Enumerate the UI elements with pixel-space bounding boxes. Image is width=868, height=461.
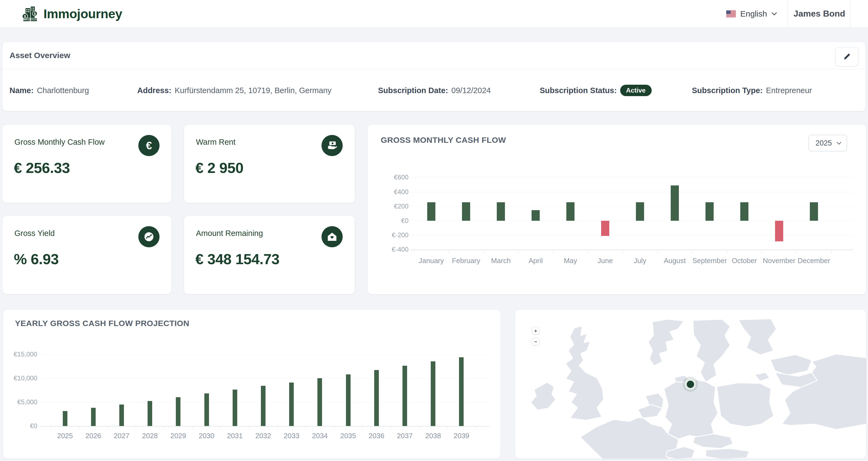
x-axis-tick	[692, 250, 692, 253]
bar-January[interactable]	[427, 202, 435, 221]
field-label: Name:	[9, 86, 34, 95]
x-axis-tick	[414, 250, 414, 253]
euro-icon: €	[138, 135, 159, 156]
x-axis-tick	[221, 426, 221, 429]
app-logo[interactable]: $ $ Immojourney	[22, 0, 122, 27]
asset-field-address: Address: Kurfürstendamm 25, 10719, Berli…	[137, 69, 332, 111]
y-axis-tick-label: €400	[373, 188, 408, 196]
gridline	[411, 250, 853, 250]
field-label: Subscription Date:	[378, 86, 448, 95]
x-axis-tick	[249, 426, 249, 429]
bar-June[interactable]	[601, 221, 609, 236]
map-location-marker[interactable]	[683, 376, 698, 392]
gross-monthly-cash-flow-chart-card: GROSS MONTHLY CASH FLOW 2025 €600€400€20…	[367, 124, 866, 295]
field-label: Subscription Type:	[692, 86, 763, 95]
asset-overview-panel: Asset Overview Name: Charlottenburg Addr…	[2, 41, 866, 111]
edit-asset-button[interactable]	[835, 47, 859, 67]
bar-October[interactable]	[740, 202, 748, 221]
kpi-value: € 348 154.73	[195, 251, 279, 267]
kpi-value: € 256.33	[14, 159, 70, 176]
bar-November[interactable]	[775, 221, 783, 241]
asset-field-subscription-type: Subscription Type: Entrepreneur	[692, 69, 812, 111]
bar-2039[interactable]	[459, 357, 464, 426]
user-menu[interactable]: James Bond	[792, 0, 846, 27]
x-axis-tick	[797, 250, 797, 253]
bar-2026[interactable]	[91, 408, 96, 426]
bar-2034[interactable]	[317, 378, 322, 426]
asset-field-subscription-date: Subscription Date: 09/12/2024	[378, 69, 491, 111]
bar-December[interactable]	[810, 202, 818, 221]
x-axis-tick	[831, 250, 832, 253]
marker-dot	[687, 381, 694, 388]
language-selector[interactable]: English	[726, 0, 777, 27]
app-title: Immojourney	[43, 6, 122, 21]
x-axis-tick	[51, 426, 51, 429]
y-axis-tick-label: €600	[373, 173, 408, 181]
x-axis-tick	[727, 250, 727, 253]
panel-title: Asset Overview	[9, 42, 70, 69]
field-value: Kurfürstendamm 25, 10719, Berlin, German…	[175, 86, 332, 95]
bar-May[interactable]	[566, 202, 575, 221]
bar-August[interactable]	[671, 186, 679, 221]
kpi-title: Gross Monthly Cash Flow	[14, 138, 105, 146]
chevron-down-icon	[771, 12, 777, 16]
y-axis-tick-label: €-400	[373, 246, 408, 253]
gridline	[39, 426, 490, 427]
yearly-bar-chart: €15,000€10,000€5,000€0202520262027202820…	[3, 309, 501, 459]
bar-2035[interactable]	[346, 374, 350, 426]
x-axis-tick	[475, 426, 476, 429]
x-axis-tick	[623, 250, 623, 253]
kpi-card-gross-yield: Gross Yield % 6.93	[2, 216, 172, 294]
bar-2032[interactable]	[261, 386, 266, 426]
x-axis-tick	[588, 250, 588, 253]
x-axis-tick	[136, 426, 136, 429]
kpi-title: Warm Rent	[196, 138, 236, 146]
field-value: Entrepreneur	[766, 86, 812, 95]
y-axis-tick-label: €200	[373, 202, 408, 210]
bar-2037[interactable]	[402, 366, 407, 426]
svg-text:$: $	[24, 14, 26, 19]
bar-2033[interactable]	[289, 383, 294, 426]
x-axis-tick	[518, 250, 519, 253]
dashboard-page: $ $ Immojourney	[0, 0, 868, 461]
bar-2029[interactable]	[176, 397, 181, 426]
kpi-card-amount-remaining: Amount Remaining € 348 154.73	[184, 216, 355, 294]
yearly-projection-chart-card: YEARLY GROSS CASH FLOW PROJECTION €15,00…	[3, 309, 501, 459]
y-axis-tick-label: €15,000	[2, 351, 37, 358]
map-zoom-out-button[interactable]: −	[532, 338, 539, 345]
field-value: 09/12/2024	[452, 86, 491, 95]
x-axis-tick	[79, 426, 80, 429]
bar-2025[interactable]	[63, 411, 67, 426]
bar-2036[interactable]	[374, 370, 379, 426]
bar-2038[interactable]	[431, 361, 435, 426]
svg-text:$: $	[34, 12, 36, 16]
map-zoom-in-button[interactable]: +	[532, 327, 539, 334]
bar-2027[interactable]	[119, 404, 124, 426]
field-label: Address:	[137, 86, 172, 95]
map-zoom-controls: + −	[532, 327, 539, 345]
bar-March[interactable]	[497, 202, 505, 221]
y-axis-tick-label: €5,000	[2, 398, 37, 406]
header-divider	[850, 0, 850, 27]
bar-February[interactable]	[462, 202, 470, 221]
field-value: Charlottenburg	[37, 86, 89, 95]
x-axis-tick	[553, 250, 553, 253]
immojourney-logo-icon: $ $	[22, 5, 39, 22]
status-badge: Active	[620, 85, 652, 96]
kpi-value: € 2 950	[195, 159, 244, 176]
bar-September[interactable]	[706, 202, 714, 221]
gridline	[411, 177, 853, 177]
bar-2030[interactable]	[204, 393, 209, 426]
asset-field-name: Name: Charlottenburg	[9, 69, 89, 111]
x-axis-tick	[334, 426, 334, 429]
y-axis-tick-label: €0	[2, 422, 37, 430]
asset-location-map[interactable]: + −	[515, 309, 866, 459]
pencil-icon	[842, 53, 851, 61]
bar-July[interactable]	[636, 202, 644, 221]
bar-2031[interactable]	[232, 390, 237, 426]
kpi-title: Amount Remaining	[196, 229, 263, 238]
house-icon	[321, 226, 343, 247]
bar-2028[interactable]	[148, 401, 152, 426]
bar-April[interactable]	[532, 210, 540, 221]
x-axis-tick	[391, 426, 391, 429]
